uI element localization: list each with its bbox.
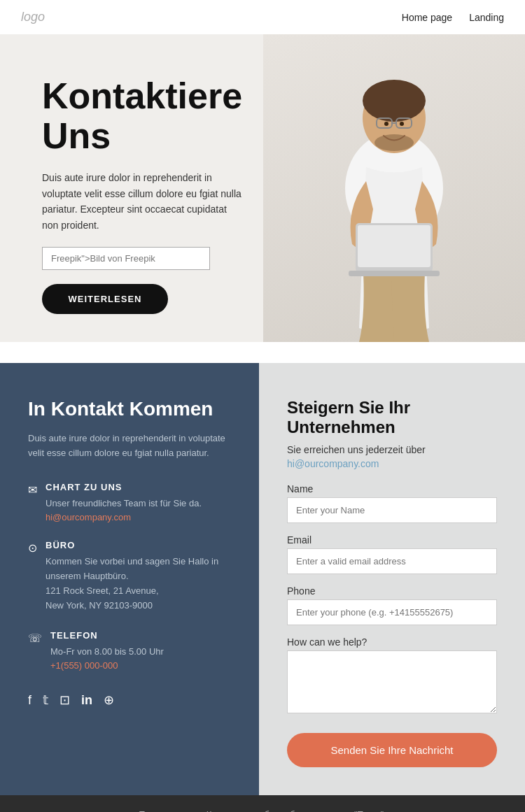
pinterest-icon[interactable]: ⊕ [104, 692, 114, 708]
name-field-group: Name [287, 483, 497, 523]
hero-title: Kontaktiere Uns [42, 76, 242, 156]
hero-left: Kontaktiere Uns Duis aute irure dolor in… [0, 34, 263, 342]
phone-label: Phone [287, 585, 497, 597]
contact-left-desc: Duis aute irure dolor in reprehenderit i… [28, 432, 231, 461]
message-field-group: How can we help? [287, 636, 497, 716]
office-title: BÜRO [46, 540, 231, 550]
contact-item-chat: ✉ CHART ZU UNS Unser freundliches Team i… [28, 482, 231, 524]
instagram-icon[interactable]: ⊡ [59, 692, 70, 708]
phone-input[interactable] [287, 599, 497, 625]
logo: logo [21, 10, 45, 24]
form-subtitle: Sie erreichen uns jederzeit über [287, 444, 497, 455]
hero-description: Duis aute irure dolor in reprehenderit i… [42, 170, 242, 233]
phone-field-group: Phone [287, 585, 497, 625]
phone-icon: ☏ [28, 632, 42, 645]
svg-point-2 [363, 80, 426, 122]
form-email-link[interactable]: hi@ourcompany.com [287, 458, 497, 469]
office-text1: Kommen Sie vorbei und sagen Sie Hallo in… [46, 555, 231, 584]
chat-text: Unser freundliches Team ist für Sie da. [46, 497, 202, 511]
phone-title: TELEFON [50, 630, 164, 641]
facebook-icon[interactable]: f [28, 693, 31, 708]
weiterlesen-button[interactable]: WEITERLESEN [42, 284, 168, 314]
hero-input[interactable] [42, 247, 210, 270]
svg-point-11 [384, 122, 388, 126]
contact-item-office: ⊙ BÜRO Kommen Sie vorbei und sagen Sie H… [28, 540, 231, 613]
section-gap [0, 342, 525, 363]
phone-text: Mo-Fr von 8.00 bis 5.00 Uhr [50, 645, 164, 660]
nav-links: Home page Landing [402, 12, 504, 23]
submit-button[interactable]: Senden Sie Ihre Nachricht [287, 733, 497, 767]
message-label: How can we help? [287, 636, 497, 648]
contact-left-panel: In Kontakt Kommen Duis aute irure dolor … [0, 363, 259, 795]
chat-title: CHART ZU UNS [46, 482, 202, 492]
phone-link[interactable]: +1(555) 000-000 [50, 660, 118, 671]
chat-link[interactable]: hi@ourcompany.com [46, 512, 131, 522]
nav-landing[interactable]: Landing [469, 12, 504, 23]
footer: Пример текста. Кликните, чтобы выбрать э… [0, 795, 525, 812]
svg-point-12 [400, 122, 404, 126]
office-text2: 121 Rock Sreet, 21 Avenue, [46, 584, 231, 599]
name-label: Name [287, 483, 497, 494]
hero-section: Kontaktiere Uns Duis aute irure dolor in… [0, 34, 525, 342]
footer-text: Пример текста. Кликните, чтобы выбрать э… [139, 809, 386, 812]
contact-left-title: In Kontakt Kommen [28, 398, 231, 420]
hero-image [263, 34, 525, 342]
hero-right [263, 34, 525, 342]
office-text3: New York, NY 92103-9000 [46, 599, 231, 613]
message-textarea[interactable] [287, 650, 497, 713]
mail-icon: ✉ [28, 483, 37, 497]
svg-rect-9 [358, 225, 430, 267]
name-input[interactable] [287, 497, 497, 523]
twitter-icon[interactable]: 𝕥 [43, 692, 48, 708]
form-title: Steigern Sie Ihr Unternehmen [287, 398, 497, 437]
social-icons-row: f 𝕥 ⊡ in ⊕ [28, 692, 231, 708]
email-input[interactable] [287, 548, 497, 574]
contact-item-phone: ☏ TELEFON Mo-Fr von 8.00 bis 5.00 Uhr +1… [28, 630, 231, 672]
email-field-group: Email [287, 534, 497, 574]
nav-home[interactable]: Home page [402, 12, 452, 23]
contact-right-panel: Steigern Sie Ihr Unternehmen Sie erreich… [259, 363, 525, 795]
location-icon: ⊙ [28, 541, 37, 555]
svg-rect-10 [349, 271, 440, 276]
contact-section: In Kontakt Kommen Duis aute irure dolor … [0, 363, 525, 795]
linkedin-icon[interactable]: in [81, 693, 92, 708]
navbar: logo Home page Landing [0, 0, 525, 34]
svg-point-6 [374, 134, 414, 151]
email-label: Email [287, 534, 497, 546]
man-with-laptop-icon [296, 48, 492, 342]
